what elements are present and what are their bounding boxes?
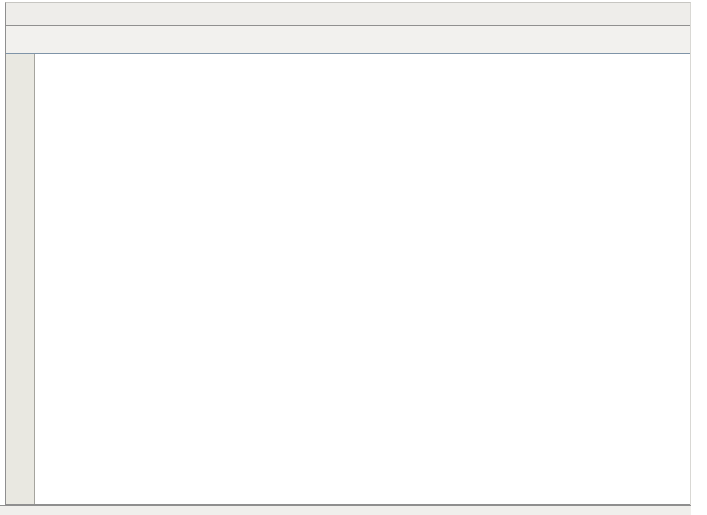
code-editor bbox=[6, 54, 690, 505]
tab-bar bbox=[6, 3, 690, 26]
code-area[interactable] bbox=[58, 54, 690, 504]
bottom-strip bbox=[0, 505, 691, 515]
gutter bbox=[6, 54, 35, 504]
editor-toolbar bbox=[6, 26, 690, 54]
fold-column bbox=[36, 54, 58, 504]
ide-window bbox=[5, 2, 691, 505]
